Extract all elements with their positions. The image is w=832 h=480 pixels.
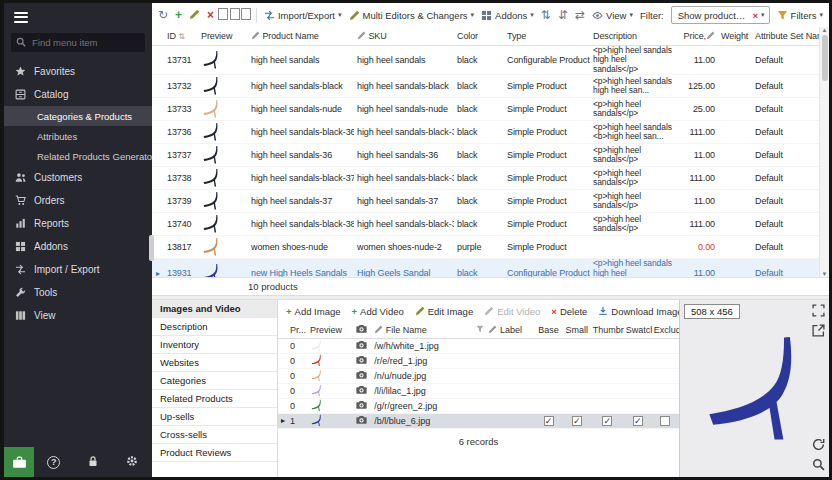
help-icon[interactable]: ? (34, 456, 73, 469)
columns-icon[interactable] (245, 10, 250, 20)
sidebar-item-import-export[interactable]: Import / Export (4, 258, 152, 281)
column-header-preview[interactable]: Preview (198, 27, 248, 45)
column-header-priority[interactable]: Pr... (288, 322, 308, 338)
column-header-file-name[interactable]: File Name (372, 322, 474, 338)
column-header-price[interactable]: Price, (676, 27, 718, 45)
fullscreen-icon[interactable] (812, 304, 825, 317)
table-row-selected[interactable]: ▸13931new High Heels SandalsHigh Geels S… (152, 259, 819, 278)
filters-menu[interactable]: Filters▾ (777, 10, 823, 21)
column-header-color[interactable]: Color (454, 27, 504, 45)
paste-icon[interactable] (233, 10, 238, 20)
table-row[interactable]: 13740high heel sandals-black-38high heel… (152, 213, 819, 236)
column-header-type[interactable]: Type (504, 27, 590, 45)
download-image-button[interactable]: Download Image (598, 306, 682, 317)
tab-description[interactable]: Description (152, 318, 277, 336)
column-header-description[interactable]: Description (590, 27, 676, 45)
column-header-sku[interactable]: SKU (354, 27, 454, 45)
scroll-up-icon[interactable]: ▲ (822, 27, 828, 33)
list-item[interactable]: 0/g/r/green_2.jpg (278, 398, 679, 413)
clear-filter-icon[interactable]: × (753, 10, 759, 21)
tab-websites[interactable]: Websites (152, 354, 277, 372)
sidebar-item-attributes[interactable]: Attributes (4, 126, 152, 146)
edit-product-icon[interactable] (189, 9, 200, 22)
column-header-small[interactable]: Small (563, 322, 591, 338)
edit-video-button: Edit Video (484, 306, 540, 317)
rotate-icon[interactable] (812, 438, 825, 451)
search-input[interactable] (11, 33, 145, 52)
column-header-id[interactable]: ID ⇅ (164, 27, 198, 45)
table-row[interactable]: 13731high heel sandalshigh heel sandalsb… (152, 45, 819, 75)
sidebar-item-favorites[interactable]: Favorites (4, 60, 152, 83)
tab-related-products[interactable]: Related Products (152, 390, 277, 408)
sidebar-item-orders[interactable]: Orders (4, 189, 152, 212)
sidebar-item-tools[interactable]: Tools (4, 281, 152, 304)
sidebar-item-customers[interactable]: Customers (4, 166, 152, 189)
tab-product-reviews[interactable]: Product Reviews (152, 444, 277, 462)
list-item[interactable]: 0/r/e/red_1.jpg (278, 353, 679, 368)
base-checkbox[interactable] (544, 416, 554, 426)
tab-categories[interactable]: Categories (152, 372, 277, 390)
table-row[interactable]: 13739high heel sandals-37high heel sanda… (152, 190, 819, 213)
scroll-thumb[interactable] (822, 35, 828, 81)
table-row[interactable]: 13733high heel sandals-nudehigh heel san… (152, 98, 819, 121)
image-thumbnail (310, 354, 323, 367)
column-header-exclude[interactable]: Exclude (652, 322, 679, 338)
vertical-scrollbar[interactable]: ▲▼ (819, 27, 829, 277)
tab-cross-sells[interactable]: Cross-sells (152, 426, 277, 444)
store-icon[interactable] (4, 447, 34, 477)
copy-icon[interactable] (221, 10, 226, 20)
import-export-menu[interactable]: Import/Export▾ (264, 10, 342, 21)
list-item[interactable]: 0/n/u/nude.jpg (278, 368, 679, 383)
column-header-name[interactable]: Product Name (248, 27, 354, 45)
sort-asc-icon[interactable]: ⇅ (541, 9, 551, 21)
gear-icon[interactable] (113, 455, 152, 469)
sidebar-item-addons[interactable]: Addons (4, 235, 152, 258)
table-row[interactable]: 13817women shoes-nudewomen shoes-nude-2p… (152, 236, 819, 259)
product-thumbnail (201, 50, 221, 70)
thumbnail-checkbox[interactable] (602, 416, 612, 426)
tab-up-sells[interactable]: Up-sells (152, 408, 277, 426)
tab-inventory[interactable]: Inventory (152, 336, 277, 354)
multi-editors-menu[interactable]: Multi Editors & Changers▾ (349, 10, 475, 21)
table-row[interactable]: 13737high heel sandals-36high heel sanda… (152, 144, 819, 167)
exclude-checkbox[interactable] (660, 416, 670, 426)
table-row[interactable]: 13738high heel sandals-black-37high heel… (152, 167, 819, 190)
refresh-icon[interactable]: ↻ (158, 9, 168, 21)
list-item[interactable]: 0/l/i/lilac_1.jpg (278, 383, 679, 398)
view-menu[interactable]: View▾ (592, 10, 633, 21)
hamburger-icon[interactable] (14, 9, 28, 25)
column-header-preview[interactable]: Preview (308, 322, 354, 338)
column-header-attribute-set[interactable]: Attribute Set Name (752, 27, 819, 45)
sidebar-item-reports[interactable]: Reports (4, 212, 152, 235)
swatch-checkbox[interactable] (633, 416, 643, 426)
sidebar-item-catalog[interactable]: Catalog (4, 83, 152, 106)
sidebar-item-related-products-generator[interactable]: Related Products Generator (4, 146, 152, 166)
lock-icon[interactable] (73, 455, 112, 469)
table-row[interactable]: 13736high heel sandals-black-36high heel… (152, 121, 819, 144)
list-item-selected[interactable]: ▸1/b/l/blue_6.jpg (278, 413, 679, 428)
list-item[interactable]: 0/w/h/white_1.jpg (278, 338, 679, 353)
column-header-thumbnail[interactable]: Thumbna (591, 322, 624, 338)
category-filter-select[interactable]: Show products from selected categories ×… (671, 6, 770, 24)
addons-menu[interactable]: Addons▾ (481, 10, 534, 21)
add-video-button[interactable]: +Add Video (352, 306, 404, 317)
add-image-button[interactable]: +Add Image (286, 306, 341, 317)
add-product-icon[interactable]: + (175, 9, 182, 21)
sidebar-item-categories-products[interactable]: Categories & Products (4, 106, 152, 126)
sort-desc-icon[interactable]: ⇵ (558, 9, 568, 21)
delete-image-button[interactable]: ×Delete (551, 306, 587, 317)
sidebar-item-view[interactable]: View (4, 304, 152, 327)
edit-image-button[interactable]: Edit Image (415, 306, 473, 317)
open-external-icon[interactable] (812, 324, 825, 337)
column-header-weight[interactable]: Weight (718, 27, 752, 45)
delete-product-icon[interactable]: × (207, 9, 214, 21)
column-header-label[interactable]: Label (486, 322, 534, 338)
small-checkbox[interactable] (572, 416, 582, 426)
vertical-splitter-handle[interactable] (149, 235, 154, 261)
move-icon[interactable]: ⇄ (575, 9, 585, 21)
tab-images-and-video[interactable]: Images and Video (152, 300, 277, 318)
zoom-icon[interactable] (812, 458, 825, 471)
table-row[interactable]: 13732high heel sandals-blackhigh heel sa… (152, 75, 819, 98)
column-header-base[interactable]: Base (535, 322, 563, 338)
column-header-swatch[interactable]: Swatch (624, 322, 652, 338)
